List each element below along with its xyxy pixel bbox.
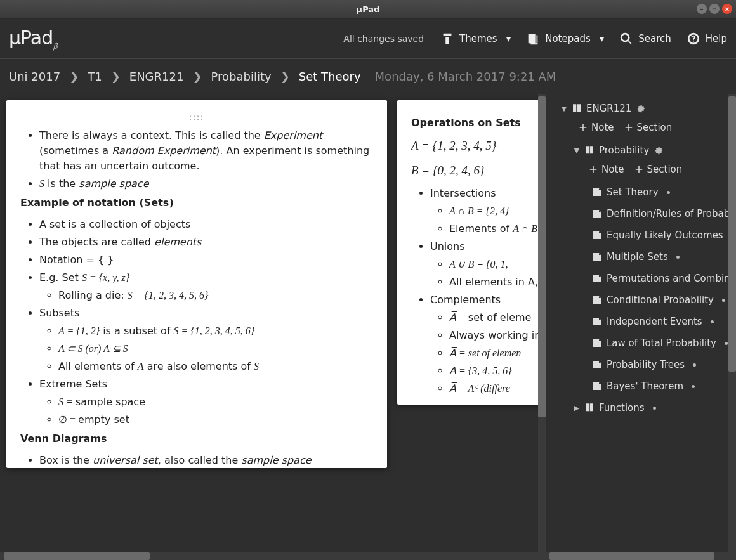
breadcrumb-item[interactable]: Probability (211, 70, 272, 83)
tree-note[interactable]: Set Theory (546, 181, 728, 203)
breadcrumb-date: Monday, 6 March 2017 9:21 AM (375, 70, 556, 83)
note-icon (591, 294, 603, 306)
note-icon (591, 273, 603, 284)
gear-icon[interactable] (664, 188, 673, 197)
tree-note[interactable]: Independent Events (546, 311, 728, 332)
chevron-down-icon: ▾ (600, 33, 605, 44)
note-text: A̅ = Aᶜ (differe (449, 381, 546, 396)
themes-button[interactable]: Themes ▾ (440, 32, 511, 46)
chevron-right-icon: ❯ (192, 70, 202, 83)
add-note-button[interactable]: Note (588, 164, 624, 175)
notepads-button[interactable]: Notepads ▾ (526, 32, 604, 46)
gear-icon[interactable] (636, 104, 646, 114)
note-card[interactable]: Operations on Sets A = {1, 2, 3, 4, 5} B… (397, 100, 546, 405)
note-icon (591, 208, 603, 219)
workspace: :::: There is always a context. This is … (0, 94, 736, 560)
tree-section[interactable]: ▼ ENGR121 (546, 98, 728, 119)
canvas-vertical-scrollbar[interactable] (538, 94, 546, 552)
help-label: Help (706, 33, 727, 44)
tree-note[interactable]: Probability Trees (546, 354, 728, 375)
canvas-horizontal-scrollbar[interactable] (0, 552, 546, 560)
note-text: Intersections (430, 186, 546, 201)
app-topbar: µPadβ All changes saved Themes ▾ Notepad… (0, 19, 736, 58)
drag-handle-icon[interactable]: :::: (20, 112, 373, 123)
breadcrumb-item[interactable]: ENGR121 (129, 70, 184, 83)
breadcrumb-item-current[interactable]: Set Theory (299, 70, 361, 83)
note-icon (591, 359, 603, 370)
notepads-label: Notepads (545, 33, 591, 44)
tree-section[interactable]: ▼ Probability (546, 140, 728, 161)
caret-down-icon[interactable]: ▼ (574, 147, 580, 155)
breadcrumb: Uni 2017 ❯ T1 ❯ ENGR121 ❯ Probability ❯ … (0, 58, 736, 94)
book-icon (584, 145, 595, 156)
tree-actions: Note Section (546, 119, 728, 140)
window-maximize-button[interactable]: ▫ (709, 4, 720, 14)
gear-icon[interactable] (673, 252, 683, 262)
add-note-button[interactable]: Note (577, 122, 614, 133)
search-button[interactable]: Search (619, 32, 671, 46)
note-equation: A = {1, 2, 3, 4, 5} (411, 137, 546, 155)
gear-icon[interactable] (654, 146, 664, 155)
tree-note-label: Conditional Probability (607, 294, 714, 306)
app-logo-beta: β (53, 42, 57, 51)
tree-note[interactable]: Permutations and Combinations (546, 268, 728, 289)
caret-right-icon[interactable]: ▶ (574, 404, 580, 412)
tree-note-label: Probability Trees (607, 359, 685, 370)
note-text: Subsets (39, 306, 373, 321)
gear-icon[interactable] (688, 382, 698, 391)
tree-vertical-scrollbar[interactable] (728, 94, 736, 552)
tree-note[interactable]: Equally Likely Outcomes (546, 225, 728, 246)
note-icon (591, 186, 603, 198)
tree-note-label: Equally Likely Outcomes (607, 230, 723, 241)
gear-icon[interactable] (721, 339, 728, 348)
themes-icon (440, 32, 454, 46)
note-text: A ⊂ S (or) A ⊆ S (58, 341, 373, 356)
notepad-tree[interactable]: ▼ ENGR121 Note Section ▼ Probability Not… (546, 94, 728, 552)
add-section-button[interactable]: Section (633, 164, 683, 175)
note-text: A ∪ B = {0, 1, (449, 257, 546, 272)
plus-icon (623, 122, 634, 133)
add-section-button[interactable]: Section (623, 122, 673, 133)
tree-note[interactable]: Multiple Sets (546, 246, 728, 268)
note-text: There is always a context. This is calle… (39, 128, 373, 174)
note-text: Elements of A ∩ B (449, 221, 546, 237)
breadcrumb-item[interactable]: Uni 2017 (9, 70, 60, 83)
note-heading: Example of notation (Sets) (20, 195, 373, 211)
tree-horizontal-scrollbar[interactable] (546, 552, 736, 560)
plus-icon (588, 164, 599, 175)
note-card[interactable]: :::: There is always a context. This is … (6, 100, 387, 468)
note-text: S is the sample space (39, 176, 373, 192)
tree-note[interactable]: Bayes' Theorem (546, 375, 728, 397)
search-icon (619, 32, 633, 46)
app-logo-text: µPad (9, 27, 53, 49)
tree-section[interactable]: ▶ Functions (546, 397, 728, 419)
note-text: Notation = { } (39, 252, 373, 268)
help-button[interactable]: Help (687, 32, 727, 46)
tree-note[interactable]: Definition/Rules of Probability (546, 203, 728, 225)
note-text: Unions (430, 239, 546, 254)
note-text: S = sample space (58, 394, 373, 410)
note-text: All elements in A, o (449, 275, 546, 290)
chevron-right-icon: ❯ (280, 70, 290, 83)
caret-down-icon[interactable]: ▼ (561, 105, 567, 113)
note-text: A̅ = set of elemen (449, 346, 546, 361)
window-title: µPad (357, 4, 380, 14)
app-logo[interactable]: µPadβ (9, 27, 57, 51)
note-text: Box is the universal set, also called th… (39, 453, 373, 468)
gear-icon[interactable] (690, 360, 699, 370)
note-icon (591, 251, 603, 263)
window-close-button[interactable]: × (722, 4, 732, 14)
gear-icon[interactable] (650, 403, 659, 413)
breadcrumb-item[interactable]: T1 (88, 70, 102, 83)
note-text: E.g. Set S = {x, y, z} Rolling a die: S … (39, 270, 373, 303)
tree-note[interactable]: Conditional Probability (546, 289, 728, 311)
tree-note[interactable]: Law of Total Probability (546, 332, 728, 354)
note-canvas[interactable]: :::: There is always a context. This is … (0, 94, 546, 552)
window-minimize-button[interactable]: – (697, 4, 707, 14)
gear-icon[interactable] (707, 317, 717, 327)
note-icon (591, 337, 603, 349)
notepads-icon (526, 32, 540, 46)
note-text: A = {1, 2} is a subset of S = {1, 2, 3, … (58, 323, 373, 339)
gear-icon[interactable] (719, 296, 728, 305)
themes-label: Themes (459, 33, 497, 44)
